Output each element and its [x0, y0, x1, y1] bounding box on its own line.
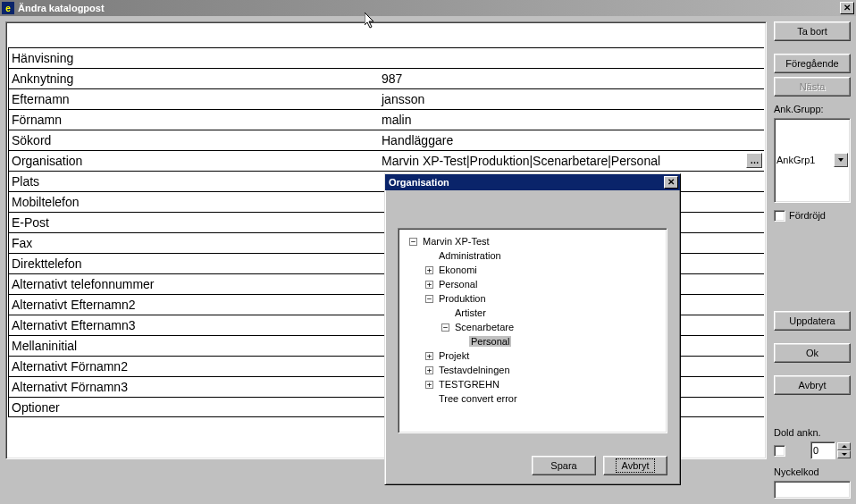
dialog-titlebar: Organisation ✕ — [385, 174, 680, 190]
delayed-checkbox[interactable] — [774, 210, 785, 222]
collapse-icon[interactable]: − — [441, 323, 449, 332]
grid-row: Hänvisning — [8, 47, 764, 68]
field-label: Alternativt Förnamn3 — [8, 376, 379, 397]
field-value[interactable]: jansson — [379, 88, 764, 109]
expand-icon[interactable]: + — [425, 266, 433, 274]
delayed-row: Fördröjd — [774, 210, 851, 222]
dialog-title: Organisation — [387, 177, 664, 188]
field-value[interactable]: malin — [379, 109, 764, 130]
tree-label[interactable]: TESTGREHN — [437, 379, 501, 390]
field-label: Optioner — [8, 397, 379, 417]
tree-label[interactable]: Ekonomi — [437, 265, 479, 275]
grid-row: Efternamnjansson — [8, 88, 764, 109]
field-label: Alternativt telefonnummer — [8, 273, 379, 294]
update-button[interactable]: Uppdatera — [774, 311, 851, 331]
field-label: Mellaninitial — [8, 335, 379, 356]
field-label: Mobiltelefon — [8, 191, 379, 212]
ok-button[interactable]: Ok — [774, 343, 851, 363]
field-label: Alternativt Efternamn3 — [8, 315, 379, 335]
field-label: Anknytning — [8, 68, 379, 88]
hidden-ext-label: Dold ankn. — [774, 427, 851, 438]
field-value[interactable]: Handläggare — [379, 130, 764, 150]
tree-node[interactable]: −Scenarbetare — [402, 320, 663, 334]
organisation-dialog: Organisation ✕ −Marvin XP-TestAdministra… — [384, 173, 681, 485]
organisation-tree[interactable]: −Marvin XP-TestAdministration+Ekonomi+Pe… — [398, 228, 667, 433]
hidden-ext-checkbox[interactable] — [774, 445, 785, 457]
chevron-down-icon[interactable] — [834, 153, 848, 167]
field-label: Sökord — [8, 130, 379, 150]
field-label: Organisation — [8, 150, 379, 171]
tree-label[interactable]: Produktion — [437, 293, 488, 304]
tree-label[interactable]: Artister — [453, 307, 488, 318]
tree-label[interactable]: Projekt — [437, 350, 471, 361]
keycode-input[interactable] — [774, 481, 851, 499]
tree-node[interactable]: +Ekonomi — [402, 263, 663, 277]
spinner-down-button[interactable] — [837, 450, 851, 458]
keycode-label: Nyckelkod — [774, 466, 851, 477]
field-label: Förnamn — [8, 109, 379, 130]
field-label: Alternativt Förnamn2 — [8, 356, 379, 376]
close-button[interactable]: ✕ — [840, 2, 854, 14]
tree-node[interactable]: −Produktion — [402, 291, 663, 306]
titlebar: e Ändra katalogpost ✕ — [0, 0, 856, 16]
prev-button[interactable]: Föregående — [774, 54, 851, 73]
group-select[interactable]: AnkGrp1 — [774, 118, 851, 203]
tree-label[interactable]: Tree convert error — [437, 393, 519, 404]
group-label: Ank.Grupp: — [774, 104, 851, 114]
tree-node[interactable]: +Testavdelningen — [402, 363, 663, 377]
expand-icon[interactable]: + — [425, 352, 433, 360]
next-button[interactable]: Nästa — [774, 77, 851, 97]
browse-button[interactable]: … — [746, 153, 762, 168]
grid-row: Anknytning987 — [8, 68, 764, 88]
tree-node[interactable]: +Projekt — [402, 349, 663, 363]
collapse-icon[interactable]: − — [425, 295, 433, 303]
tree-label[interactable]: Administration — [437, 250, 503, 261]
tree-node[interactable]: +Personal — [402, 277, 663, 291]
spinner-up-button[interactable] — [837, 442, 851, 450]
tree-label[interactable]: Personal — [469, 336, 511, 347]
field-value[interactable]: Marvin XP-Test|Produktion|Scenarbetare|P… — [379, 150, 764, 171]
grid-row: OrganisationMarvin XP-Test|Produktion|Sc… — [8, 150, 764, 171]
expand-icon[interactable]: + — [425, 381, 433, 389]
tree-leaf-icon — [457, 338, 466, 346]
dialog-cancel-button[interactable]: Avbryt — [603, 456, 667, 475]
dialog-save-button[interactable]: Spara — [532, 456, 596, 475]
group-select-value: AnkGrp1 — [776, 155, 815, 165]
expand-icon[interactable]: + — [425, 366, 433, 374]
tree-leaf-icon — [425, 252, 433, 260]
field-label: Fax — [8, 232, 379, 253]
delayed-label: Fördröjd — [789, 210, 826, 221]
tree-leaf-icon — [425, 395, 433, 403]
app-icon: e — [2, 2, 14, 14]
tree-label[interactable]: Testavdelningen — [437, 365, 512, 375]
dialog-close-button[interactable]: ✕ — [664, 176, 678, 189]
delete-button[interactable]: Ta bort — [774, 21, 851, 41]
hidden-ext-spinner[interactable]: 0 — [810, 441, 835, 459]
side-panel: Ta bort Föregående Nästa Ank.Grupp: AnkG… — [774, 21, 851, 499]
window-title: Ändra katalogpost — [18, 3, 840, 13]
tree-node[interactable]: +TESTGREHN — [402, 377, 663, 391]
tree-node[interactable]: Personal — [402, 334, 663, 349]
field-label: Direkttelefon — [8, 253, 379, 273]
field-label: Hänvisning — [8, 47, 379, 68]
cancel-button[interactable]: Avbryt — [774, 375, 851, 395]
grid-row: SökordHandläggare — [8, 130, 764, 150]
main-window: e Ändra katalogpost ✕ HänvisningAnknytni… — [0, 0, 856, 504]
expand-icon[interactable]: + — [425, 281, 433, 289]
tree-label[interactable]: Personal — [437, 279, 479, 290]
tree-label[interactable]: Marvin XP-Test — [421, 236, 491, 247]
spinner-value: 0 — [811, 445, 835, 456]
field-value[interactable]: 987 — [379, 68, 764, 88]
tree-node[interactable]: Tree convert error — [402, 391, 663, 406]
tree-label[interactable]: Scenarbetare — [453, 322, 516, 332]
grid-row: Förnamnmalin — [8, 109, 764, 130]
field-label: E-Post — [8, 212, 379, 232]
field-label: Efternamn — [8, 88, 379, 109]
collapse-icon[interactable]: − — [409, 238, 417, 246]
tree-leaf-icon — [441, 309, 449, 317]
tree-node[interactable]: Artister — [402, 306, 663, 320]
field-value[interactable] — [379, 47, 764, 68]
field-label: Alternativt Efternamn2 — [8, 294, 379, 315]
tree-node[interactable]: −Marvin XP-Test — [402, 234, 663, 248]
tree-node[interactable]: Administration — [402, 248, 663, 263]
